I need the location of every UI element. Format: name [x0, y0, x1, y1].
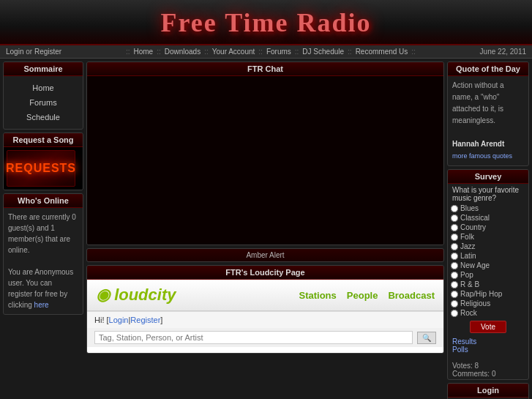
survey-option-label: R & B: [460, 280, 479, 288]
header: Free Time Radio: [0, 0, 532, 45]
nav-forums[interactable]: Forums: [266, 48, 291, 56]
survey-question: What is your favorite music genre?: [448, 184, 528, 204]
survey-option: Classical: [448, 213, 528, 223]
quote-text: Action without a name, a "who" attached …: [452, 81, 504, 124]
loudcity-inner: ◉ loudcity Stations People Broadcast Hi!…: [87, 280, 443, 353]
nav-recommend[interactable]: Recommend Us: [356, 48, 408, 56]
survey-option: Folk: [448, 232, 528, 242]
results-link[interactable]: Results: [452, 338, 476, 346]
navbar: Login or Register :: Home :: Downloads :…: [0, 45, 532, 59]
vote-button[interactable]: Vote: [470, 321, 506, 333]
survey-option: Blues: [448, 204, 528, 213]
survey-option: R & B: [448, 280, 528, 289]
survey-option-label: Latin: [460, 252, 476, 260]
loudcity-logo-text: loudcity: [114, 286, 176, 304]
survey-radio-6[interactable]: [451, 262, 458, 269]
quote-title: Quote of the Day: [448, 62, 528, 76]
register-here-link[interactable]: here: [34, 301, 49, 309]
loudcity-people-link[interactable]: People: [347, 290, 378, 301]
survey-radio-5[interactable]: [451, 253, 458, 260]
loudcity-nav: Stations People Broadcast: [299, 290, 435, 301]
whos-online-content: There are currently 0 guest(s) and 1 mem…: [4, 208, 83, 314]
sommaire-content: Home Forums Schedule: [4, 76, 83, 129]
quote-author: Hannah Arendt: [452, 140, 504, 148]
survey-radio-9[interactable]: [451, 291, 458, 298]
survey-radio-8[interactable]: [451, 281, 458, 288]
register-link[interactable]: Register: [34, 48, 61, 56]
center-content: FTR Chat Amber Alert FTR's Loudcity Page…: [86, 61, 444, 399]
loudcity-search-input[interactable]: [94, 331, 413, 344]
nav-login-register: Login or Register: [6, 48, 61, 56]
login-link[interactable]: Login: [6, 48, 23, 56]
survey-option: Pop: [448, 270, 528, 280]
survey-option-label: Rap/Hip Hop: [460, 290, 502, 298]
loudcity-logo: ◉ loudcity: [96, 286, 176, 305]
requests-image[interactable]: REQUESTS: [7, 150, 75, 187]
loudcity-login-link[interactable]: Login: [109, 316, 129, 324]
ftr-chat-box: FTR Chat: [86, 61, 444, 245]
survey-option: Country: [448, 223, 528, 232]
quote-box: Quote of the Day Action without a name, …: [447, 61, 529, 166]
left-sidebar: Sommaire Home Forums Schedule Request a …: [3, 61, 83, 399]
ftr-chat-area[interactable]: [87, 76, 443, 245]
loudcity-topbar: ◉ loudcity Stations People Broadcast: [87, 280, 443, 311]
survey-option: Rock: [448, 308, 528, 318]
amber-alert-bar: Amber Alert: [86, 248, 444, 262]
nav-account[interactable]: Your Account: [212, 48, 255, 56]
right-sidebar: Quote of the Day Action without a name, …: [447, 61, 529, 399]
survey-option-label: Country: [460, 223, 486, 231]
nav-downloads[interactable]: Downloads: [165, 48, 201, 56]
loudcity-search-row: 🔍: [87, 328, 443, 347]
survey-option-label: New Age: [460, 261, 490, 269]
survey-footer: Results Polls Votes: 8 Comments: 0: [448, 336, 528, 379]
survey-radio-11[interactable]: [451, 310, 458, 317]
amber-alert-label: Amber Alert: [246, 251, 284, 259]
login-title: Login: [448, 384, 528, 398]
loudcity-logo-icon: ◉: [96, 286, 110, 304]
survey-radio-1[interactable]: [451, 215, 458, 222]
survey-option-label: Pop: [460, 271, 473, 279]
request-title: Request a Song: [4, 133, 83, 147]
loudcity-broadcast-link[interactable]: Broadcast: [388, 290, 435, 301]
survey-radio-7[interactable]: [451, 272, 458, 279]
comments-count: Comments: 0: [452, 370, 495, 378]
nav-home[interactable]: Home: [133, 48, 153, 56]
site-title: Free Time Radio: [0, 7, 532, 38]
survey-option: Latin: [448, 251, 528, 261]
survey-option-label: Blues: [460, 204, 479, 212]
loudcity-register-link[interactable]: Register: [130, 316, 160, 324]
request-box: Request a Song REQUESTS: [3, 133, 83, 190]
votes-count: Votes: 8: [452, 362, 479, 370]
sidebar-menu-schedule[interactable]: Schedule: [10, 110, 77, 124]
survey-title: Survey: [448, 170, 528, 184]
survey-radio-2[interactable]: [451, 224, 458, 231]
loudcity-title: FTR's Loudcity Page: [87, 266, 443, 280]
survey-option: Rap/Hip Hop: [448, 289, 528, 299]
nav-dj-schedule[interactable]: DJ Schedule: [302, 48, 344, 56]
survey-option-label: Folk: [460, 233, 474, 241]
survey-box: Survey What is your favorite music genre…: [447, 169, 529, 380]
loudcity-stations-link[interactable]: Stations: [299, 290, 337, 301]
survey-radio-10[interactable]: [451, 300, 458, 307]
survey-option-label: Rock: [460, 309, 477, 317]
polls-link[interactable]: Polls: [452, 346, 468, 354]
survey-option: Religious: [448, 299, 528, 308]
quote-content: Action without a name, a "who" attached …: [448, 76, 528, 165]
survey-radio-0[interactable]: [451, 205, 458, 212]
nav-date: June 22, 2011: [480, 48, 526, 56]
whos-online-title: Who's Online: [4, 194, 83, 208]
sidebar-menu-home[interactable]: Home: [10, 81, 77, 95]
sommaire-box: Sommaire Home Forums Schedule: [3, 61, 83, 130]
sidebar-menu-forums[interactable]: Forums: [10, 95, 77, 110]
quote-more-link[interactable]: more famous quotes: [452, 152, 512, 160]
whos-online-box: Who's Online There are currently 0 guest…: [3, 193, 83, 315]
loudcity-search-button[interactable]: 🔍: [417, 332, 436, 344]
main-layout: Sommaire Home Forums Schedule Request a …: [0, 59, 532, 399]
survey-radio-3[interactable]: [451, 234, 458, 241]
nav-sep: ::: [126, 48, 130, 56]
survey-radio-4[interactable]: [451, 243, 458, 250]
whos-online-text: There are currently 0 guest(s) and 1 mem…: [8, 213, 76, 254]
survey-option: New Age: [448, 261, 528, 270]
survey-option-label: Classical: [460, 214, 490, 222]
survey-option: Jazz: [448, 242, 528, 251]
